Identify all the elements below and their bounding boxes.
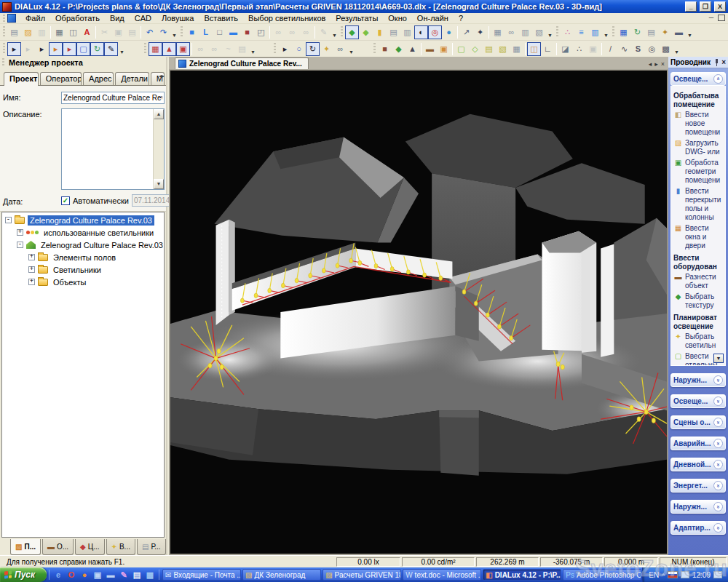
pin-icon[interactable] <box>713 59 720 66</box>
align-tool-icon[interactable]: ≡ <box>574 25 588 39</box>
section-button-Освеще[interactable]: Освеще...» <box>670 394 726 408</box>
pointer-tool-icon[interactable]: ▸ <box>278 42 292 56</box>
menu-item-Вставить[interactable]: Вставить <box>199 13 243 24</box>
collapse-chevron-icon[interactable]: » <box>713 74 723 84</box>
tree-row[interactable]: -Zelenograd Culture Palace Rev.03 <box>4 239 164 251</box>
select-luminaire-icon[interactable]: ▸ <box>63 42 76 56</box>
scroll-up-icon[interactable]: ▲ <box>154 109 164 119</box>
section-scroll-down-icon[interactable]: ▼ <box>713 354 724 363</box>
tree-row[interactable]: -Zelenograd Culture Palace Rev.03 <box>4 214 164 226</box>
toolbar-overflow-icon[interactable]: ▼ <box>249 42 257 56</box>
rotate-mode-icon[interactable]: ↻ <box>90 42 104 56</box>
menu-item-Вид[interactable]: Вид <box>105 13 130 24</box>
print-icon[interactable]: ▦ <box>52 25 66 39</box>
menu-item-?[interactable]: ? <box>454 13 468 24</box>
tray-collapse-icon[interactable]: ^ <box>662 572 665 578</box>
toolbar-overflow-icon[interactable]: ▼ <box>118 42 126 56</box>
redo-icon[interactable]: ↷ <box>157 25 170 39</box>
orbit-tool-icon[interactable]: ↻ <box>306 42 320 56</box>
bottom-tab-Р[interactable]: ▤Р... <box>137 539 166 555</box>
false-colors-icon[interactable]: ◎ <box>428 25 442 39</box>
section-lighting-button[interactable]: Освеще... » <box>670 72 726 86</box>
menu-item-Файл[interactable]: Файл <box>20 13 50 24</box>
explorer-task-item[interactable]: ◧Ввести новое помещени <box>673 111 724 137</box>
tab-Детали[interactable]: Детали <box>115 72 149 85</box>
cone-element-icon[interactable]: ▲ <box>405 42 419 56</box>
expand-chevron-icon[interactable]: » <box>713 481 723 490</box>
explorer-task-item[interactable]: ▣Обработа геометри помещени <box>673 159 724 185</box>
section-button-Энергет[interactable]: Энергет...» <box>670 479 726 493</box>
draw-line-icon[interactable]: / <box>604 42 617 56</box>
bottom-tab-П[interactable]: ▨П... <box>10 539 41 555</box>
taskbar-button[interactable]: ◧DIALux 4.12 - P:\P... <box>483 569 561 581</box>
contrast-view-icon[interactable]: ◐ <box>414 25 428 39</box>
print-preview-icon[interactable]: ◫ <box>66 25 80 39</box>
description-scrollbar[interactable]: ▲ ▼ <box>153 109 164 189</box>
select-move-icon[interactable]: ▸ <box>35 42 49 56</box>
scroll-down-icon[interactable]: ▼ <box>154 179 164 189</box>
start-button[interactable]: Пуск <box>0 567 47 582</box>
tab-Оператор[interactable]: Оператор <box>40 72 82 85</box>
corner-tool-icon[interactable]: ∟ <box>541 42 555 56</box>
section-button-Адаптир[interactable]: Адаптир...» <box>670 521 726 535</box>
coordinate-tree-icon[interactable]: ∴ <box>572 42 586 56</box>
taskbar-button[interactable]: Wtext.doc - Microsoft ... <box>403 569 481 581</box>
scatter-diagram-icon[interactable]: ∴ <box>561 25 574 39</box>
room-polygon-icon[interactable]: ▢ <box>454 42 468 56</box>
tree-row[interactable]: +использованные светильники <box>4 226 164 239</box>
extrusion-volume-icon[interactable]: ■ <box>378 42 392 56</box>
toolbar-overflow-icon[interactable]: ▼ <box>347 42 355 56</box>
menu-item-Окно[interactable]: Окно <box>383 13 412 24</box>
section-button-Дневной[interactable]: Дневной...» <box>670 458 726 471</box>
calculate-icon[interactable]: ▦ <box>617 25 630 39</box>
measure-mode-icon[interactable]: ✎ <box>104 42 118 56</box>
furniture-insert-icon[interactable]: ▬ <box>423 42 437 56</box>
toolbar-overflow-icon[interactable]: ▼ <box>673 42 681 56</box>
expand-chevron-icon[interactable]: » <box>713 523 723 533</box>
export-pdf-icon[interactable]: A <box>80 25 94 39</box>
viewport-tab[interactable]: Zelenograd Culture Palace Rev... <box>175 57 309 69</box>
bottom-tab-Ц[interactable]: ◆Ц... <box>75 539 104 555</box>
zoom-region-icon[interactable]: ◰ <box>254 25 268 39</box>
window-insert-icon[interactable]: ◫ <box>527 42 541 56</box>
toolbar-overflow-icon[interactable]: ▼ <box>686 25 694 39</box>
picture-insert-icon[interactable]: ▣ <box>437 42 451 56</box>
explorer-task-item[interactable]: ▬Разнести объект <box>673 273 724 290</box>
language-indicator[interactable]: EN <box>649 571 659 579</box>
tab-scroll-arrows[interactable]: ◂▸ <box>159 73 165 79</box>
explorer-task-item[interactable]: ▮Ввести перекрыти полы и колонны <box>673 187 724 222</box>
dxf-export-icon[interactable]: ▧ <box>532 25 546 39</box>
catalog-icon[interactable]: ▮ <box>373 25 387 39</box>
draw-spline-icon[interactable]: S <box>631 42 645 56</box>
dxf-import-icon[interactable]: ▦ <box>491 25 505 39</box>
measure-3d-icon[interactable]: ↗ <box>459 25 473 39</box>
view-3d-icon[interactable]: ■ <box>185 25 199 39</box>
flag-tray-icon[interactable] <box>668 571 678 578</box>
dxf-link-icon[interactable]: ∞ <box>505 25 518 39</box>
draw-polyline-icon[interactable]: ∿ <box>617 42 631 56</box>
tab-nav-right-icon[interactable]: ▸ <box>654 60 658 68</box>
tab-nav-left-icon[interactable]: ◂ <box>649 60 652 68</box>
mdi-minimize-button[interactable]: ─ <box>706 14 716 23</box>
menu-item-Ловушка[interactable]: Ловушка <box>157 13 199 24</box>
explorer-task-item[interactable]: ◆Выбрать текстуру <box>673 292 724 310</box>
tree-expander-icon[interactable]: + <box>28 266 35 273</box>
draw-hatch-icon[interactable]: ▩ <box>659 42 673 56</box>
tree-expander-icon[interactable]: + <box>17 229 23 236</box>
expand-chevron-icon[interactable]: » <box>713 396 723 406</box>
pan-tool-icon[interactable]: ✦ <box>320 42 333 56</box>
tab-Проект[interactable]: Проект <box>4 72 39 86</box>
tree-expander-icon[interactable]: + <box>28 254 35 260</box>
view-front-icon[interactable]: ▬ <box>226 25 240 39</box>
display-icon[interactable]: ▣ <box>92 569 103 581</box>
view-floorplan-icon[interactable]: L <box>199 25 213 39</box>
daylight-globe-icon[interactable]: ● <box>442 25 456 39</box>
expand-chevron-icon[interactable]: » <box>713 502 723 511</box>
select-icon[interactable]: ▸ <box>7 42 21 56</box>
select-region-icon[interactable]: ▢ <box>76 42 90 56</box>
walk-tool-icon[interactable]: ∞ <box>333 42 347 56</box>
spot-tool-icon[interactable]: ✦ <box>473 25 487 39</box>
animation-icon[interactable]: ▬ <box>672 25 686 39</box>
section-button-Сцены о[interactable]: Сцены о...» <box>670 415 726 429</box>
cutout-tool-icon[interactable]: ◪ <box>558 42 572 56</box>
